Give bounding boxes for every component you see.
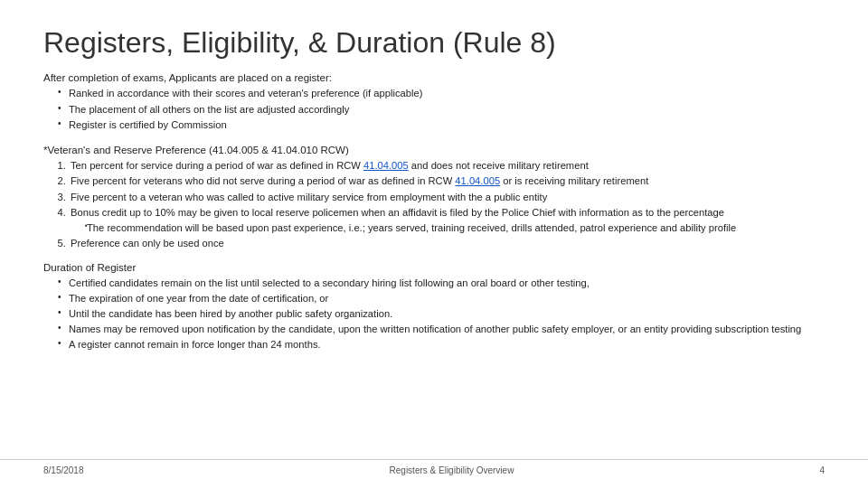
after-completion-list: Ranked in accordance with their scores a… bbox=[43, 86, 825, 132]
veteran-list: Ten percent for service during a period … bbox=[43, 158, 825, 250]
list-item: Certified candidates remain on the list … bbox=[58, 276, 825, 290]
slide: Registers, Eligibility, & Duration (Rule… bbox=[0, 0, 868, 488]
list-item: The placement of all others on the list … bbox=[58, 102, 825, 117]
list-item: Preference can only be used once bbox=[69, 236, 825, 250]
duration-header: Duration of Register bbox=[43, 262, 825, 273]
duration-section: Duration of Register Certified candidate… bbox=[43, 262, 825, 356]
list-item: A register cannot remain in force longer… bbox=[58, 337, 825, 352]
duration-list: Certified candidates remain on the list … bbox=[43, 276, 825, 352]
sub-bullet-list: The recommendation will be based upon pa… bbox=[71, 221, 825, 235]
list-item: Five percent for veterans who did not se… bbox=[69, 174, 825, 188]
text-before-link: Five percent for veterans who did not se… bbox=[71, 175, 455, 186]
slide-title: Registers, Eligibility, & Duration (Rule… bbox=[43, 25, 825, 60]
veteran-section: *Veteran's and Reserve Preference (41.04… bbox=[43, 145, 825, 254]
footer-date: 8/15/2018 bbox=[43, 465, 84, 475]
list-item: Ranked in accordance with their scores a… bbox=[58, 86, 825, 100]
sub-bullet-item: The recommendation will be based upon pa… bbox=[85, 221, 825, 235]
after-completion-header: After completion of exams, Applicants ar… bbox=[43, 72, 825, 83]
list-item: Bonus credit up to 10% may be given to l… bbox=[69, 205, 825, 235]
footer-title: Registers & Eligibility Overview bbox=[84, 465, 820, 475]
list-item: Five percent to a veteran who was called… bbox=[69, 190, 825, 204]
footer-page: 4 bbox=[819, 465, 825, 475]
rcw-link-2[interactable]: 41.04.005 bbox=[455, 175, 500, 186]
list-item: Register is certified by Commission bbox=[58, 117, 825, 132]
list-item: Ten percent for service during a period … bbox=[69, 158, 825, 173]
text-after-link: and does not receive military retirement bbox=[409, 160, 589, 171]
list-item: The expiration of one year from the date… bbox=[58, 291, 825, 305]
list-item: Names may be removed upon notification b… bbox=[58, 322, 825, 336]
veteran-header: *Veteran's and Reserve Preference (41.04… bbox=[43, 145, 825, 155]
text-after-link: or is receiving military retirement bbox=[500, 175, 648, 186]
rcw-link-1[interactable]: 41.04.005 bbox=[363, 160, 409, 171]
after-completion-section: After completion of exams, Applicants ar… bbox=[43, 72, 825, 136]
list-item: Until the candidate has been hired by an… bbox=[58, 306, 825, 321]
text-before-link: Ten percent for service during a period … bbox=[71, 160, 363, 171]
footer: 8/15/2018 Registers & Eligibility Overvi… bbox=[0, 459, 868, 475]
item-text: Bonus credit up to 10% may be given to l… bbox=[71, 207, 724, 218]
